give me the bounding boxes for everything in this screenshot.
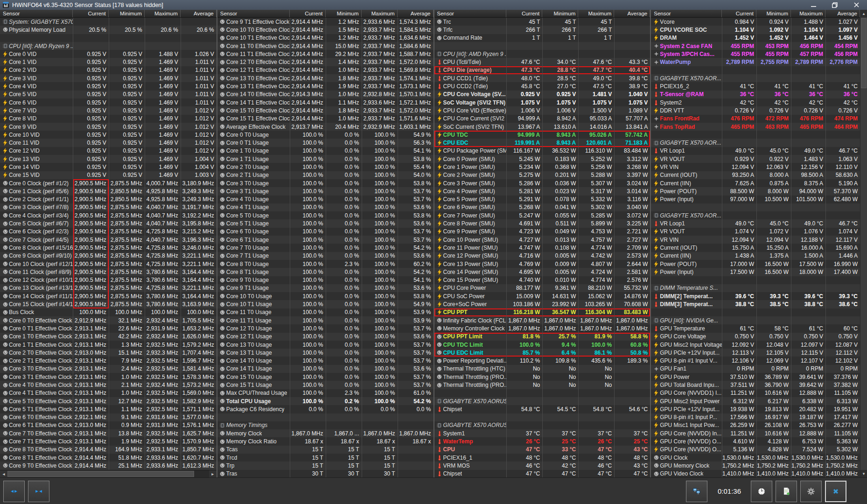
- column-header-sensor[interactable]: Sensor: [217, 10, 290, 17]
- sensor-row[interactable]: WaterTemp26 °C25 °C26 °C25 °C: [434, 437, 650, 445]
- logging-report-button[interactable]: [776, 481, 797, 502]
- sensor-row[interactable]: Fans FrontRad476 RPM472 RPM476 RPM474 RP…: [651, 115, 860, 123]
- section-row[interactable]: GIGABYTE X570 AOR...: [651, 211, 860, 219]
- column-header-maximum[interactable]: Maximum: [578, 10, 614, 17]
- sensor-row[interactable]: Core 5 Power (SMU)5.291 W0.078 W5.332 W3…: [434, 196, 650, 203]
- sensor-row[interactable]: GPU Misc2 Input Power6.312 W6.217 W6.338…: [651, 397, 860, 405]
- sensor-row[interactable]: Core 0 T1 Effective Clock2,913.1 MHz22.6…: [0, 324, 217, 332]
- sensor-row[interactable]: System242 °C42 °C42 °C42 °C: [651, 98, 860, 106]
- sensor-row[interactable]: Power (POUT)17.000 W16.500 W17.500 W16.9…: [651, 260, 860, 268]
- column-header-maximum[interactable]: Maximum: [362, 10, 398, 17]
- sensor-row[interactable]: Core 8 T1 Usage100.0 %0.0 %100.0 %54.2 %: [217, 268, 434, 276]
- sensor-row[interactable]: VR VOUT0.929 V0.922 V1.483 V1.063 V: [651, 155, 860, 163]
- section-row[interactable]: CPU [#0]: AMD Ryzen 9 ...: [434, 50, 650, 58]
- sensor-row[interactable]: Core 14 Power (SMU)4.695 W0.005 W4.724 W…: [434, 268, 650, 276]
- sensor-row[interactable]: Core 2 Power (SMU)5.275 W0.201 W5.288 W3…: [434, 171, 650, 179]
- sensor-row[interactable]: GPU Core (NVVDD) O...5.136 W4.828 W7.524…: [651, 446, 860, 454]
- sensor-row[interactable]: Core 0 T0 Usage100.0 %0.0 %100.0 %54.9 %: [217, 131, 434, 139]
- sensor-row[interactable]: Core 2 Clock (perf #1/1)2,900.5 MHz2,850…: [0, 196, 217, 203]
- sensor-row[interactable]: Core 5 T0 Effective Clock2,913.1 MHz12.7…: [0, 397, 217, 405]
- sensor-row[interactable]: DIMM[2] Temperat...39.6 °C39.3 °C39.6 °C…: [651, 292, 860, 300]
- sensor-row[interactable]: Core 6 Power (SMU)5.268 W0.041 W5.302 W3…: [434, 203, 650, 211]
- sensor-row[interactable]: VR VIN12.094 V12.094 V12.188 V12.117 V: [651, 236, 860, 244]
- sensor-row[interactable]: Core 14 T0 Effective Clock2,914.3 MHz1.0…: [217, 91, 434, 98]
- sensor-row[interactable]: Core 1 T0 Usage100.0 %0.0 %100.0 %54.1 %: [217, 147, 434, 155]
- sensor-row[interactable]: Core 1 VID0.925 V0.925 V1.469 V1.011 V: [0, 58, 217, 66]
- sensor-row[interactable]: Infinity Fabric Clock (FCLK)1,867.0 MHz1…: [434, 316, 650, 324]
- sensor-row[interactable]: Core 5 T1 Effective Clock2,913.1 MHz1.1 …: [0, 405, 217, 413]
- sensor-row[interactable]: VRM MOS46 °C42 °C46 °C43 °C: [434, 462, 650, 469]
- sensor-row[interactable]: Core 5 T0 Usage100.0 %0.0 %100.0 %53.8 %: [217, 211, 434, 219]
- section-row[interactable]: CPU [#0]: AMD Ryzen 9 ...: [0, 42, 217, 50]
- minimize-button[interactable]: [803, 0, 824, 10]
- sensor-row[interactable]: Trp15 T15 T15 T: [217, 462, 434, 469]
- sensor-row[interactable]: Thermal Throttling (HTC)NoNoNo: [434, 365, 650, 373]
- sensor-row[interactable]: Core 9 Clock (perf #9/10)2,900.5 MHz2,87…: [0, 252, 217, 260]
- expand-columns-button[interactable]: [3, 481, 25, 502]
- sensor-row[interactable]: VR VOUT1.074 V1.072 V1.076 V1.074 V: [651, 228, 860, 236]
- sensor-row[interactable]: Core 2 T1 Usage100.0 %0.0 %100.0 %54.0 %: [217, 171, 434, 179]
- sensor-row[interactable]: GPU Total Board Inpu...37.511 W36.790 W3…: [651, 381, 860, 389]
- sensor-row[interactable]: Core 9 VID0.925 V0.925 V1.469 V1.012 V: [0, 123, 217, 131]
- scrollbar-thumb[interactable]: [861, 18, 867, 88]
- sensor-row[interactable]: Core 12 VID0.925 V0.925 V1.469 V1.012 V: [0, 147, 217, 155]
- sensor-row[interactable]: Core 1 Clock (perf #5/6)2,900.5 MHz2,850…: [0, 187, 217, 195]
- sensor-row[interactable]: Core 10 T1 Effective Clock2,914.4 MHz1.2…: [217, 34, 434, 42]
- section-row[interactable]: GIGABYTE X570 AOR...: [651, 139, 860, 147]
- sensor-row[interactable]: Trc45 T45 T45 T: [434, 18, 650, 26]
- sensor-row[interactable]: Max CPU/Thread Usage100.0 %2.3 %100.0 %6…: [217, 389, 434, 397]
- scroll-down-arrow[interactable]: ▾: [860, 470, 867, 477]
- sensor-row[interactable]: Package C6 Residency0.0 %0.0 %0.0 %0.0 %: [217, 405, 434, 413]
- sensor-row[interactable]: GPU PCIe +12V Input...19.938 W19.813 W20…: [651, 405, 860, 413]
- sensor-row[interactable]: Core 3 T0 Usage100.0 %0.0 %100.0 %53.8 %: [217, 179, 434, 187]
- close-window-button[interactable]: [846, 0, 867, 10]
- sensor-row[interactable]: CPU SoC Power15.009 W14.631 W15.062 W14.…: [434, 292, 650, 300]
- sensor-row[interactable]: Bus Clock100.0 MHz100.0 MHz100.0 MHz100.…: [0, 308, 217, 316]
- sensor-row[interactable]: CPU Core Voltage (SV...0.925 V0.925 V1.4…: [434, 91, 650, 98]
- sensor-row[interactable]: GPU PCIe +12V Input...12.113 V12.105 V12…: [651, 349, 860, 357]
- sensor-row[interactable]: Core 15 T1 Effective Clock2,914.4 MHz1.0…: [217, 115, 434, 123]
- sensor-row[interactable]: Core 13 Power (SMU)4.769 W0.009 W4.807 W…: [434, 260, 650, 268]
- sensor-row[interactable]: Core 4 T1 Effective Clock2,913.1 MHz1.0 …: [0, 389, 217, 397]
- sensor-row[interactable]: Memory Clock1,867.0 MHz1,867.0 ...1,867.…: [217, 429, 434, 437]
- sensor-row[interactable]: VR Loop149.0 °C45.0 °C49.0 °C46.7 °C: [651, 219, 860, 227]
- column-header-sensor[interactable]: Sensor: [434, 10, 507, 17]
- sensor-row[interactable]: PCIEX16_148 °C48 °C48 °C48 °C: [434, 454, 650, 462]
- sensor-row[interactable]: Core 7 T0 Usage100.0 %0.0 %100.0 %54.2 %: [217, 244, 434, 252]
- sensor-row[interactable]: Thermal Throttling (PRO...NoNoNo: [434, 381, 650, 389]
- sensor-row[interactable]: Memory Controller Clock ...1,867.0 MHz1,…: [434, 324, 650, 332]
- column-header-average[interactable]: Average: [398, 10, 434, 17]
- sensor-row[interactable]: Core 2 T1 Effective Clock2,913.1 MHz7.9 …: [0, 357, 217, 364]
- sensor-row[interactable]: Core 3 Power (SMU)5.286 W0.036 W5.307 W3…: [434, 179, 650, 187]
- sensor-row[interactable]: CPU Die (average)47.3 °C28.8 °C47.7 °C40…: [434, 66, 650, 74]
- restore-button[interactable]: [824, 0, 846, 10]
- column-header-average[interactable]: Average: [181, 10, 217, 17]
- sensor-row[interactable]: Core 5 T1 Usage100.0 %0.0 %100.0 %53.6 %: [217, 219, 434, 227]
- column-header-current[interactable]: Current: [73, 10, 109, 17]
- sensor-row[interactable]: Core 2 VID0.925 V0.925 V1.469 V1.011 V: [0, 66, 217, 74]
- sensor-row[interactable]: Core 10 Clock (perf #12/13)2,900.5 MHz2,…: [0, 260, 217, 268]
- sensor-row[interactable]: CPU PPT116.218 W36.547 W116.304 W83.483 …: [434, 308, 650, 316]
- sensor-row[interactable]: Core 8 Power (SMU)4.691 W0.511 W5.899 W3…: [434, 219, 650, 227]
- sensor-row[interactable]: Core 7 Clock (perf #4/5)2,900.5 MHz2,875…: [0, 236, 217, 244]
- sensor-row[interactable]: Chipset54.8 °C54.5 °C54.8 °C54.6 °C: [434, 405, 650, 413]
- sensor-row[interactable]: GPU Core (NVVDD) O...4.610 W4.128 W6.753…: [651, 437, 860, 445]
- sensor-row[interactable]: Core 11 T1 Effective Clock2,914.4 MHz29.…: [217, 50, 434, 58]
- sensor-row[interactable]: Core 13 Clock (perf #13/14)2,900.5 MHz2,…: [0, 284, 217, 292]
- sensor-row[interactable]: CPU TDC94.999 A8.943 A95.026 A57.742 A: [434, 131, 650, 139]
- column-header-maximum[interactable]: Maximum: [791, 10, 825, 17]
- horizontal-scrollbar[interactable]: ◂▸: [0, 470, 217, 477]
- scrollbar-thumb[interactable]: [7, 471, 194, 477]
- sensor-row[interactable]: Core 9 T1 Usage100.0 %0.0 %100.0 %53.6 %: [217, 284, 434, 292]
- sensor-row[interactable]: CPU CCD2 (Tdie)45.8 °C27.0 °C47.5 °C38.9…: [434, 82, 650, 90]
- scrollbar-track[interactable]: [860, 89, 867, 470]
- sensor-row[interactable]: DIMM[3] Temperat...38.8 °C38.5 °C38.8 °C…: [651, 300, 860, 308]
- sensor-row[interactable]: Core 11 VID0.925 V0.925 V1.469 V1.012 V: [0, 139, 217, 147]
- scroll-right-arrow[interactable]: ▸: [209, 470, 217, 477]
- scroll-left-arrow[interactable]: ◂: [0, 470, 7, 477]
- sensor-row[interactable]: Core 8 T0 Effective Clock2,914.4 MHz164.…: [0, 446, 217, 454]
- sensor-row[interactable]: System 3/PCH Cas...455 RPM455 RPM457 RPM…: [651, 50, 860, 58]
- sensor-row[interactable]: Core 14 Clock (perf #11/11)2,900.5 MHz2,…: [0, 292, 217, 300]
- sensor-row[interactable]: System 2 Case FAN455 RPM453 RPM456 RPM45…: [651, 42, 860, 50]
- sensor-row[interactable]: Average Effective Clock2,913.7 MHz20.4 M…: [217, 123, 434, 131]
